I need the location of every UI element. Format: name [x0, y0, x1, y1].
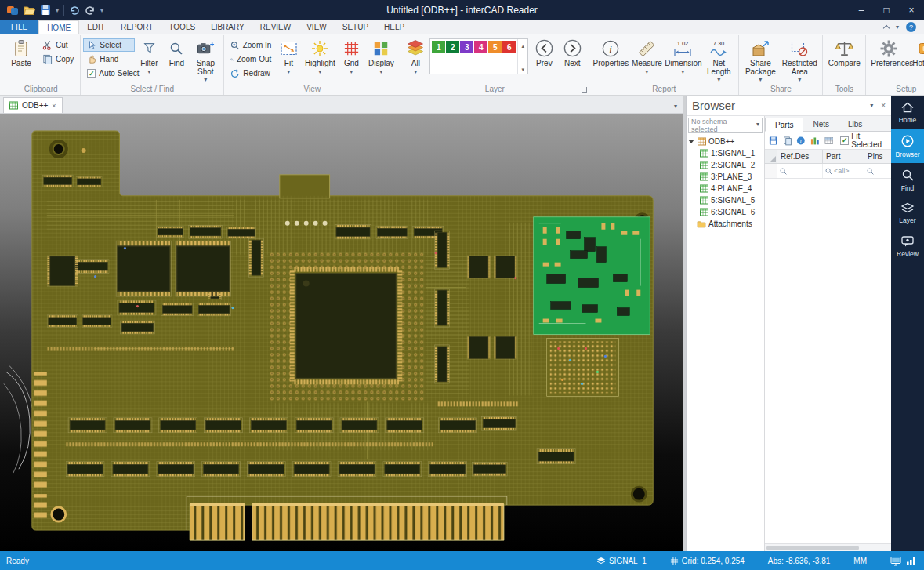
- column-header-pins[interactable]: Pins: [864, 150, 891, 163]
- menu-tab-review[interactable]: REVIEW: [252, 20, 299, 34]
- restricted-area-button[interactable]: Restricted Area: [779, 36, 820, 82]
- sidebar-item-browser[interactable]: Browser: [891, 129, 924, 163]
- panel-position-caret-icon[interactable]: [870, 103, 873, 108]
- cut-button[interactable]: Cut: [38, 38, 78, 52]
- snapshot-button[interactable]: Snap Shot: [190, 36, 221, 82]
- tree-item-signal2[interactable]: 2:SIGNAL_2: [688, 159, 763, 171]
- share-package-button[interactable]: Share Package: [741, 36, 779, 82]
- pcb-viewport[interactable]: [0, 114, 683, 551]
- help-icon[interactable]: ?: [906, 22, 916, 32]
- layer-chip-5[interactable]: 5: [488, 41, 502, 53]
- layer-chip-2[interactable]: 2: [446, 41, 459, 53]
- layer-chip-6[interactable]: 6: [502, 41, 516, 53]
- tree-item-attachments[interactable]: Attachments: [688, 218, 763, 230]
- highlight-button[interactable]: Highlight: [302, 36, 338, 74]
- pcb-render[interactable]: [0, 114, 683, 551]
- column-header-part[interactable]: Part: [823, 150, 864, 163]
- layer-scroll-down-icon[interactable]: [522, 64, 525, 73]
- sidebar-item-find[interactable]: Find: [891, 163, 924, 197]
- parts-table-body[interactable]: [765, 179, 891, 543]
- tree-item-plane3[interactable]: 3:PLANE_3: [688, 171, 763, 183]
- menu-tab-view[interactable]: VIEW: [299, 20, 335, 34]
- fit-button[interactable]: Fit: [275, 36, 302, 74]
- hand-button[interactable]: Hand: [83, 53, 135, 66]
- sidebar-item-home[interactable]: Home: [891, 96, 924, 129]
- scrollbar-thumb[interactable]: [766, 546, 859, 550]
- save-list-icon[interactable]: [769, 136, 778, 146]
- zoom-out-button[interactable]: Zoom Out: [226, 53, 275, 66]
- tree-item-plane4[interactable]: 4:PLANE_4: [688, 183, 763, 194]
- signal-bars-icon[interactable]: [906, 556, 916, 565]
- columns-icon[interactable]: [810, 136, 820, 146]
- maximize-button[interactable]: □: [874, 0, 899, 20]
- app-logo-icon[interactable]: [6, 4, 19, 16]
- menu-tab-library[interactable]: LIBRARY: [203, 20, 252, 34]
- display-button[interactable]: Display: [364, 36, 397, 74]
- redo-icon[interactable]: [85, 5, 96, 16]
- doc-tab-close-icon[interactable]: ×: [52, 102, 56, 110]
- copy-list-icon[interactable]: [783, 136, 792, 146]
- copy-button[interactable]: Copy: [38, 53, 78, 66]
- select-button[interactable]: Select: [83, 38, 135, 52]
- close-button[interactable]: ×: [899, 0, 924, 20]
- measure-button[interactable]: Measure: [629, 36, 664, 74]
- tab-libs[interactable]: Libs: [839, 118, 871, 131]
- save-menu-caret-icon[interactable]: [56, 8, 59, 13]
- layer-dialog-launcher-icon[interactable]: [582, 87, 587, 93]
- schema-dropdown[interactable]: No schema selected: [688, 118, 763, 133]
- info-icon[interactable]: i: [796, 136, 806, 146]
- table-view-icon[interactable]: [824, 136, 834, 146]
- redraw-button[interactable]: Redraw: [226, 67, 275, 80]
- tab-parts[interactable]: Parts: [765, 118, 803, 132]
- panel-close-icon[interactable]: ×: [881, 101, 886, 110]
- status-active-layer[interactable]: SIGNAL_1: [596, 557, 647, 565]
- parts-horizontal-scrollbar[interactable]: [765, 543, 891, 551]
- layer-chip-1[interactable]: 1: [432, 41, 445, 53]
- zoom-in-button[interactable]: Zoom In: [226, 38, 275, 52]
- net-length-button[interactable]: 7.30 Net Length: [701, 36, 736, 82]
- preferences-button[interactable]: Preferences: [868, 36, 909, 68]
- collapse-ribbon-icon[interactable]: [883, 25, 890, 31]
- find-button[interactable]: Find: [163, 36, 190, 68]
- status-grid[interactable]: Grid: 0.254, 0.254: [670, 557, 745, 565]
- column-header-refdes[interactable]: Ref.Des: [777, 150, 823, 163]
- menu-tab-setup[interactable]: SETUP: [335, 20, 376, 34]
- layer-scroll-up-icon[interactable]: [522, 40, 525, 49]
- filter-button[interactable]: Filter: [135, 36, 163, 74]
- fit-selected-checkbox[interactable]: Fit Selected: [840, 132, 887, 149]
- menu-tab-home[interactable]: HOME: [38, 20, 79, 34]
- save-icon[interactable]: [40, 5, 51, 16]
- undo-icon[interactable]: [69, 5, 80, 16]
- qat-customize-caret-icon[interactable]: [100, 8, 103, 13]
- next-layer-button[interactable]: Next: [558, 36, 586, 68]
- sidebar-item-layer[interactable]: Layer: [891, 197, 924, 229]
- display-status-icon[interactable]: [890, 556, 901, 566]
- properties-button[interactable]: i Properties: [592, 36, 629, 68]
- tree-item-signal6[interactable]: 6:SIGNAL_6: [688, 206, 763, 218]
- ribbon-display-options-icon[interactable]: [896, 24, 899, 30]
- filter-part-cell[interactable]: <all>: [823, 164, 864, 178]
- menu-tab-tools[interactable]: TOOLS: [161, 20, 203, 34]
- status-units[interactable]: MM: [853, 557, 867, 565]
- document-tab-odb[interactable]: ODB++ ×: [3, 97, 63, 113]
- tree-item-signal1[interactable]: 1:SIGNAL_1: [688, 147, 763, 159]
- tab-nets[interactable]: Nets: [803, 118, 839, 131]
- hotkeys-button[interactable]: Hotkeys: [909, 36, 924, 74]
- auto-select-checkbox[interactable]: Auto Select: [83, 67, 135, 80]
- layer-chip-4[interactable]: 4: [474, 41, 487, 53]
- dimension-button[interactable]: 1.02 Dimension: [664, 36, 701, 74]
- grid-button[interactable]: Grid: [338, 36, 364, 74]
- all-layers-button[interactable]: All: [403, 36, 428, 74]
- compare-button[interactable]: Compare: [825, 36, 863, 68]
- menu-tab-file[interactable]: FILE: [0, 20, 38, 34]
- tree-item-signal5[interactable]: 5:SIGNAL_5: [688, 194, 763, 206]
- open-file-icon[interactable]: [24, 5, 35, 16]
- prev-layer-button[interactable]: Prev: [530, 36, 558, 68]
- filter-pins-cell[interactable]: [864, 164, 891, 178]
- filter-refdes-cell[interactable]: [777, 164, 823, 178]
- sidebar-item-review[interactable]: Review: [891, 229, 924, 263]
- layer-chip-3[interactable]: 3: [460, 41, 473, 53]
- menu-tab-edit[interactable]: EDIT: [79, 20, 113, 34]
- tree-root-odb[interactable]: ODB++: [688, 136, 763, 147]
- tree-expander-icon[interactable]: [688, 140, 694, 143]
